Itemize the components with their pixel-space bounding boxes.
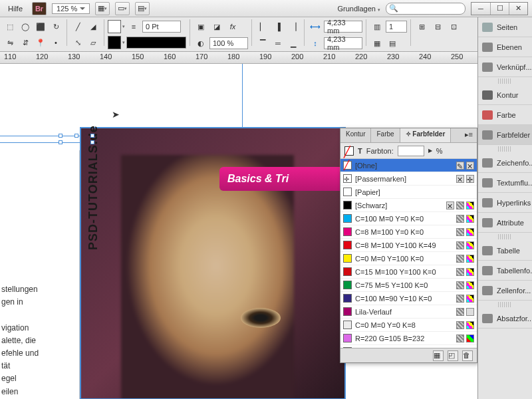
misc-3-icon[interactable]: ⊡ xyxy=(446,19,461,34)
fx-icon[interactable]: fx xyxy=(225,19,240,34)
text-wrap-icon[interactable]: ▦ xyxy=(370,36,384,51)
screen-mode-button[interactable]: ▭▾ xyxy=(115,2,130,15)
misc-2-icon[interactable]: ⊟ xyxy=(430,19,445,34)
help-menu[interactable]: Hilfe xyxy=(4,3,27,14)
panel-button[interactable]: Farbe xyxy=(478,105,532,125)
fill-proxy-icon[interactable]: ╱ xyxy=(344,146,354,156)
swatch-row[interactable]: C=15 M=100 Y=100 K=0 xyxy=(340,265,477,279)
align-right-icon[interactable]: ▕ xyxy=(286,19,301,34)
horizontal-ruler[interactable]: 1101201301401501601701801902002102202302… xyxy=(0,52,532,64)
panel-tabs: KonturFarbe✧ Farbfelder▸≡ xyxy=(340,128,477,143)
maximize-button[interactable]: ☐ xyxy=(490,3,509,15)
panel-button[interactable]: Verknüpf... xyxy=(478,57,532,77)
swatch-row[interactable]: C=8 M=100 Y=100 K=49 xyxy=(340,239,477,252)
stroke-style-input[interactable] xyxy=(126,37,186,49)
corner-icon[interactable]: ◢ xyxy=(86,19,100,34)
ellipse-icon[interactable]: ◯ xyxy=(18,19,33,34)
panel-button[interactable]: Absatzfor... xyxy=(478,309,532,329)
shear-icon[interactable]: ▱ xyxy=(86,35,100,50)
arrange-button[interactable]: ▤▾ xyxy=(135,2,150,15)
panel-button[interactable]: Attribute xyxy=(478,213,532,233)
drop-shadow-icon[interactable]: ◪ xyxy=(209,19,224,34)
height-input[interactable]: 4,233 mm xyxy=(324,37,362,49)
panel-button[interactable]: Tabellenfo... xyxy=(478,261,532,281)
columns-input[interactable]: 1 xyxy=(386,21,407,33)
swatch-row[interactable]: C=100 M=90 Y=10 K=0 xyxy=(340,292,477,305)
window-controls: ─ ☐ ✕ xyxy=(471,2,528,15)
cursor-icon: ➤ xyxy=(112,109,120,120)
width-input[interactable]: 4,233 mm xyxy=(324,21,362,33)
panel-tab[interactable]: ✧ Farbfelder xyxy=(400,128,452,142)
panel-button[interactable]: Kontur xyxy=(478,85,532,105)
panel-button[interactable]: Ebenen xyxy=(478,37,532,57)
panel-button[interactable]: Textumflu... xyxy=(478,173,532,193)
swatch-row[interactable]: ✛[Passermarken]✕✛ xyxy=(340,172,477,186)
swatch-row[interactable]: C=8 M=100 Y=0 K=0 xyxy=(340,225,477,239)
page-edge: stellungengen in vigationalette, dieefeh… xyxy=(0,150,80,399)
menubar: Hilfe Br 125 % ▦▾ ▭▾ ▤▾ Grundlagen ▾ 🔍 ─… xyxy=(0,0,532,17)
align-top-icon[interactable]: ▔ xyxy=(255,36,270,51)
stroke-weight-input[interactable]: 0 Pt xyxy=(142,21,181,33)
stroke-swatch[interactable] xyxy=(108,36,121,49)
view-options-button[interactable]: ▦▾ xyxy=(95,2,110,15)
swatch-row[interactable]: R=220 G=105 B=232 xyxy=(340,332,477,345)
rotate-icon[interactable]: ↻ xyxy=(49,19,63,34)
fill-swatch[interactable] xyxy=(108,20,121,33)
align-middle-icon[interactable]: ═ xyxy=(271,36,285,51)
tint-label: Farbton: xyxy=(366,147,394,155)
swatch-row[interactable]: [Schwarz]✕ xyxy=(340,199,477,212)
selection-arrow-icon[interactable]: ⬚ xyxy=(3,19,17,34)
bridge-button[interactable]: Br xyxy=(32,2,47,15)
point-icon[interactable]: • xyxy=(49,35,63,50)
minimize-button[interactable]: ─ xyxy=(471,3,490,15)
align-left-icon[interactable]: ▏ xyxy=(255,19,270,34)
align-center-icon[interactable]: ▐ xyxy=(271,19,285,34)
panel-button[interactable]: Hyperlinks xyxy=(478,193,532,213)
search-input[interactable]: 🔍 xyxy=(386,3,466,15)
new-swatch-button[interactable]: ▦ xyxy=(433,350,444,361)
text-options-icon[interactable]: ▤ xyxy=(385,36,400,51)
selection-handles[interactable] xyxy=(59,134,96,144)
opacity-input[interactable]: 100 % xyxy=(209,37,248,49)
panel-button[interactable]: Farbfelder xyxy=(478,125,532,145)
width-icon: ⟷ xyxy=(308,19,323,34)
align-bottom-icon[interactable]: ▁ xyxy=(286,36,301,51)
swatches-panel: KonturFarbe✧ Farbfelder▸≡ ╱ T Farbton: ▶… xyxy=(340,128,477,363)
zoom-level[interactable]: 125 % xyxy=(52,3,90,14)
flip-h-icon[interactable]: ⇋ xyxy=(3,35,17,50)
swatch-row[interactable]: C=80 M=61 Y=61 K=57 xyxy=(340,345,477,348)
misc-1-icon[interactable]: ⊞ xyxy=(414,19,429,34)
banner-title[interactable]: Basics & Tri xyxy=(219,167,352,191)
swatch-list[interactable]: ╱[Ohne]✎✕✛[Passermarken]✕✛[Papier][Schwa… xyxy=(340,159,477,348)
effects-icon[interactable]: ▣ xyxy=(194,19,208,34)
text-proxy-icon[interactable]: T xyxy=(358,147,362,155)
panel-menu-button[interactable]: ▸≡ xyxy=(461,128,477,142)
panel-button[interactable]: Seiten xyxy=(478,17,532,37)
panel-button[interactable]: Tabelle xyxy=(478,241,532,261)
swatch-row[interactable]: C=0 M=0 Y=0 K=8 xyxy=(340,319,477,332)
anchor-icon[interactable]: 📍 xyxy=(33,35,48,50)
workspace-switcher[interactable]: Grundlagen ▾ xyxy=(337,5,380,13)
control-toolbar: ⬚ ◯ ⬛ ↻ ⇋ ⇵ 📍 • ╱ ◢ ⤡ ▱ ▾ ≡ 0 Pt xyxy=(0,17,532,52)
panel-button[interactable]: Zellenfor... xyxy=(478,281,532,301)
tint-input[interactable] xyxy=(398,146,424,156)
panel-tab[interactable]: Farbe xyxy=(371,128,400,142)
panel-button[interactable]: Zeichenfo... xyxy=(478,153,532,173)
panel-dock: SeitenEbenenVerknüpf...KonturFarbeFarbfe… xyxy=(477,17,532,399)
swatch-row[interactable]: [Papier] xyxy=(340,186,477,199)
scale-icon[interactable]: ⤡ xyxy=(70,35,85,50)
swatch-row[interactable]: C=75 M=5 Y=100 K=0 xyxy=(340,279,477,292)
swatch-row[interactable]: C=0 M=0 Y=100 K=0 xyxy=(340,252,477,265)
flip-v-icon[interactable]: ⇵ xyxy=(18,35,33,50)
swatch-header: ╱ T Farbton: ▶ % xyxy=(340,143,477,159)
transform-icon[interactable]: ⬛ xyxy=(33,19,48,34)
swatch-row[interactable]: Lila-Verlauf xyxy=(340,305,477,319)
swatch-row[interactable]: ╱[Ohne]✎✕ xyxy=(340,159,477,172)
panel-tab[interactable]: Kontur xyxy=(340,128,371,142)
opacity-icon: ◐ xyxy=(194,36,208,51)
new-swatch-icon[interactable]: ◰ xyxy=(448,350,458,361)
close-button[interactable]: ✕ xyxy=(509,3,527,15)
delete-swatch-button[interactable]: 🗑 xyxy=(462,350,473,361)
swatch-row[interactable]: C=100 M=0 Y=0 K=0 xyxy=(340,212,477,225)
line-icon[interactable]: ╱ xyxy=(70,19,85,34)
